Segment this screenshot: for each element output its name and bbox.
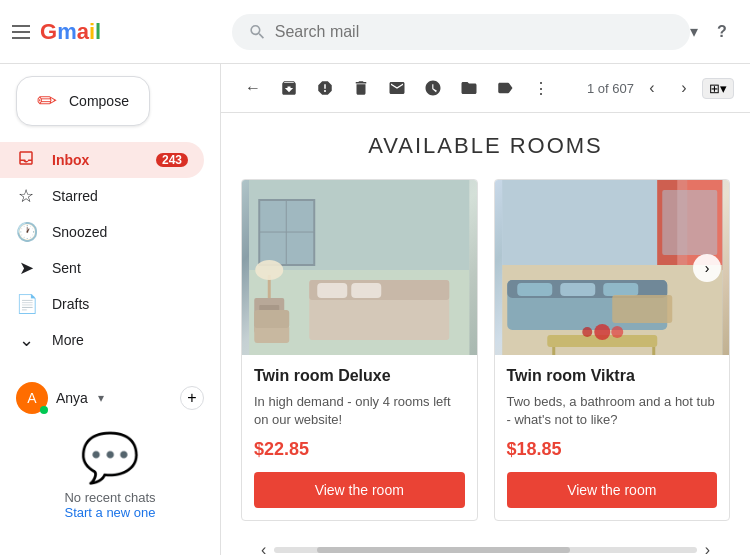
chat-empty-icon: 💬 xyxy=(16,430,204,486)
more-label: More xyxy=(52,332,188,348)
sent-label: Sent xyxy=(52,260,188,276)
inbox-label: Inbox xyxy=(52,152,140,168)
svg-point-33 xyxy=(594,324,610,340)
pagination: 1 of 607 ‹ › ⊞▾ xyxy=(587,74,734,102)
avatar-name: Anya xyxy=(56,390,88,406)
topbar: Gmail ▾ ? xyxy=(0,0,750,64)
room-card-1: Twin room Deluxe In high demand - only 4… xyxy=(241,179,478,521)
send-icon: ➤ xyxy=(16,257,36,279)
search-dropdown-icon[interactable]: ▾ xyxy=(690,22,698,41)
move-to-button[interactable] xyxy=(453,72,485,104)
help-button[interactable]: ? xyxy=(706,16,738,48)
room-image-2: › xyxy=(495,180,730,355)
prev-page-button[interactable]: ‹ xyxy=(638,74,666,102)
mark-unread-button[interactable] xyxy=(381,72,413,104)
presence-dot xyxy=(40,406,48,414)
topbar-left: Gmail xyxy=(12,19,232,45)
sidebar: ✏ Compose Inbox 243 ☆ Starred 🕐 Snoozed … xyxy=(0,64,220,555)
snoozed-label: Snoozed xyxy=(52,224,188,240)
search-bar[interactable] xyxy=(232,14,690,50)
next-page-button[interactable]: › xyxy=(670,74,698,102)
svg-rect-28 xyxy=(603,283,638,296)
back-button[interactable]: ← xyxy=(237,72,269,104)
avatar[interactable]: A xyxy=(16,382,48,414)
sidebar-item-sent[interactable]: ➤ Sent xyxy=(0,250,204,286)
avatar-caret-icon[interactable]: ▾ xyxy=(98,391,104,405)
report-button[interactable] xyxy=(309,72,341,104)
scrollbar-thumb[interactable] xyxy=(317,547,570,553)
sidebar-item-snoozed[interactable]: 🕐 Snoozed xyxy=(0,214,204,250)
gmail-m-icon: Gmail xyxy=(40,19,101,45)
view-toggle-button[interactable]: ⊞▾ xyxy=(702,78,734,99)
room-photo-1 xyxy=(242,180,477,355)
svg-point-34 xyxy=(611,326,623,338)
svg-point-35 xyxy=(582,327,592,337)
svg-rect-27 xyxy=(560,283,595,296)
available-rooms-title: AVAILABLE ROOMS xyxy=(241,133,730,159)
gmail-logo: Gmail xyxy=(40,19,101,45)
label-button[interactable] xyxy=(489,72,521,104)
svg-rect-26 xyxy=(517,283,552,296)
svg-rect-10 xyxy=(351,283,381,298)
rooms-grid: Twin room Deluxe In high demand - only 4… xyxy=(241,179,730,521)
delete-button[interactable] xyxy=(345,72,377,104)
scroll-right-button[interactable]: › xyxy=(705,541,710,555)
main-layout: ✏ Compose Inbox 243 ☆ Starred 🕐 Snoozed … xyxy=(0,64,750,555)
sidebar-item-inbox[interactable]: Inbox 243 xyxy=(0,142,204,178)
scroll-left-button[interactable]: ‹ xyxy=(261,541,266,555)
starred-label: Starred xyxy=(52,188,188,204)
avatar-section: A Anya ▾ + xyxy=(0,374,220,422)
view-room-button-1[interactable]: View the room xyxy=(254,472,465,508)
room-price-1: $22.85 xyxy=(254,439,465,460)
svg-rect-32 xyxy=(652,347,655,355)
inbox-badge: 243 xyxy=(156,153,188,167)
compose-label: Compose xyxy=(69,93,129,109)
topbar-right: ▾ ? xyxy=(690,16,738,48)
email-toolbar: ← ⋮ 1 of 60 xyxy=(221,64,750,113)
search-input[interactable] xyxy=(275,23,674,41)
clock-icon: 🕐 xyxy=(16,221,36,243)
add-chat-button[interactable]: + xyxy=(180,386,204,410)
view-room-button-2[interactable]: View the room xyxy=(507,472,718,508)
hamburger-menu[interactable] xyxy=(12,25,30,39)
room-image-1 xyxy=(242,180,477,355)
svg-rect-22 xyxy=(662,190,717,255)
email-content: ← ⋮ 1 of 60 xyxy=(220,64,750,555)
inbox-icon xyxy=(16,149,36,172)
start-new-chat-link[interactable]: Start a new one xyxy=(16,505,204,520)
snooze-button[interactable] xyxy=(417,72,449,104)
archive-button[interactable] xyxy=(273,72,305,104)
more-actions-button[interactable]: ⋮ xyxy=(525,72,557,104)
room-desc-2: Two beds, a bathroom and a hot tub - wha… xyxy=(507,393,718,429)
svg-point-14 xyxy=(255,260,283,280)
room-card-2: › Twin room Viktra Two beds, a bathroom … xyxy=(494,179,731,521)
chat-section: 💬 No recent chats Start a new one xyxy=(0,422,220,528)
more-icon: ⌄ xyxy=(16,329,36,351)
room-price-2: $18.85 xyxy=(507,439,718,460)
scrollbar-section: ‹ › xyxy=(241,541,730,555)
star-icon: ☆ xyxy=(16,185,36,207)
room-info-1: Twin room Deluxe In high demand - only 4… xyxy=(242,355,477,520)
room-name-2: Twin room Viktra xyxy=(507,367,718,385)
sidebar-item-drafts[interactable]: 📄 Drafts xyxy=(0,286,204,322)
compose-button[interactable]: ✏ Compose xyxy=(16,76,150,126)
pagination-text: 1 of 607 xyxy=(587,81,634,96)
room-info-2: Twin room Viktra Two beds, a bathroom an… xyxy=(495,355,730,520)
svg-rect-16 xyxy=(254,310,289,328)
room-next-arrow[interactable]: › xyxy=(693,254,721,282)
sidebar-item-more[interactable]: ⌄ More xyxy=(0,322,204,358)
room-desc-1: In high demand - only 4 rooms left on ou… xyxy=(254,393,465,429)
svg-rect-29 xyxy=(612,295,672,323)
no-recent-chats-text: No recent chats xyxy=(16,490,204,505)
room-name-1: Twin room Deluxe xyxy=(254,367,465,385)
email-body: AVAILABLE ROOMS xyxy=(221,113,750,555)
compose-plus-icon: ✏ xyxy=(37,89,57,113)
drafts-icon: 📄 xyxy=(16,293,36,315)
sidebar-item-starred[interactable]: ☆ Starred xyxy=(0,178,204,214)
search-icon xyxy=(248,22,267,42)
scrollbar-track[interactable] xyxy=(274,547,696,553)
drafts-label: Drafts xyxy=(52,296,188,312)
svg-rect-31 xyxy=(552,347,555,355)
svg-rect-9 xyxy=(317,283,347,298)
